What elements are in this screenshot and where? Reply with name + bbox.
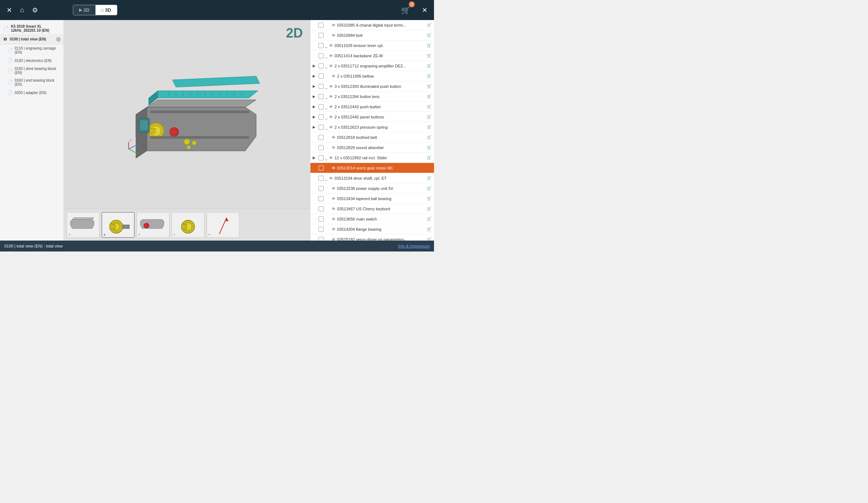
cart-icon-9[interactable]: 🛒	[427, 104, 432, 109]
cart-icon-13[interactable]: 🛒	[427, 145, 432, 150]
expand-btn-14[interactable]: ▶	[313, 156, 317, 160]
eye-icon-19[interactable]: 👁	[332, 207, 336, 211]
part-row-4[interactable]: ◦⎯👁03511414 backplane ZE-M🛒	[310, 51, 434, 61]
3d-viewer[interactable]: 2D	[64, 20, 310, 209]
sidebar-item-0130[interactable]: 📄0130 | electronics (EN)	[0, 56, 63, 65]
eye-icon-22[interactable]: 👁	[332, 237, 336, 241]
sidebar-item-0150[interactable]: 📄0150 | drive bearing block (EN)	[0, 65, 63, 77]
part-row-17[interactable]: ◦👁03513238 power supply unit 5V🛒	[310, 183, 434, 194]
checkbox-22[interactable]	[318, 237, 324, 241]
expand-btn-6[interactable]: ▶	[313, 74, 317, 78]
part-row-16[interactable]: ◦⎯👁03513104 drive shaft, cpl. ET🛒	[310, 173, 434, 183]
expand-btn-11[interactable]: ▶	[313, 125, 317, 129]
close-icon-15[interactable]: ⨲	[429, 165, 432, 171]
eye-icon-5[interactable]: 👁	[329, 64, 333, 68]
close-button[interactable]: ✕	[4, 4, 14, 16]
eye-icon-6[interactable]: 👁	[332, 74, 336, 78]
checkbox-15[interactable]	[318, 165, 324, 171]
eye-icon-9[interactable]: 👁	[329, 105, 333, 109]
expand-btn-5[interactable]: ▶	[313, 64, 317, 68]
cart-icon-18[interactable]: 🛒	[427, 196, 432, 201]
sidebar-item-0110[interactable]: 📄0110 | engraving carriage (EN)	[0, 44, 63, 56]
part-row-21[interactable]: ◦👁03514304 flange bearing🛒	[310, 224, 434, 234]
thumbnail-3[interactable]: +	[137, 212, 169, 238]
eye-icon-7[interactable]: 👁	[329, 84, 333, 89]
part-row-13[interactable]: ◦👁03512829 sound absorber🛒	[310, 143, 434, 153]
settings-button[interactable]: ⚙	[30, 4, 40, 16]
part-row-12[interactable]: ◦👁03512818 toothed belt🛒	[310, 132, 434, 143]
cart-icon-8[interactable]: 🛒	[427, 94, 432, 99]
thumbnail-2[interactable]: ●	[102, 212, 134, 238]
cart-icon-3[interactable]: 🛒	[427, 43, 432, 48]
cart-icon-17[interactable]: 🛒	[427, 186, 432, 191]
part-row-19[interactable]: ◦👁03513467 US Cherry keybord🛒	[310, 204, 434, 214]
checkbox-16[interactable]	[318, 176, 324, 181]
cart-icon-16[interactable]: 🛒	[427, 176, 432, 180]
part-row-7[interactable]: ▶⎯👁3 x 03512393 illuminated push button🛒	[310, 81, 434, 91]
checkbox-2[interactable]	[318, 33, 324, 38]
thumbnail-5[interactable]: +	[207, 212, 239, 238]
cart-icon-4[interactable]: 🛒	[427, 53, 432, 58]
eye-icon-13[interactable]: 👁	[332, 145, 336, 150]
eye-icon-1[interactable]: 👁	[332, 23, 336, 27]
checkbox-17[interactable]	[318, 186, 324, 191]
home-button[interactable]: ⌂	[18, 4, 26, 16]
expand-btn-9[interactable]: ▶	[313, 105, 317, 109]
close2-button[interactable]: ✕	[420, 4, 430, 16]
cart-icon-6[interactable]: 🛒	[427, 74, 432, 78]
view-3d-button[interactable]: □ 3D	[95, 5, 117, 15]
part-row-15[interactable]: ◦👁03513014 worm gear motor M1⨲	[310, 163, 434, 173]
part-row-2[interactable]: ◦👁03510984 bolt🛒	[310, 30, 434, 40]
eye-icon-15[interactable]: 👁	[332, 166, 336, 170]
cart-icon-7[interactable]: 🛒	[427, 84, 432, 89]
eye-icon-16[interactable]: 👁	[329, 176, 333, 180]
cart-icon-5[interactable]: 🛒	[427, 63, 432, 68]
eye-icon-2[interactable]: 👁	[332, 33, 336, 38]
cart-icon-2[interactable]: 🛒	[427, 33, 432, 38]
eye-icon-11[interactable]: 👁	[329, 125, 333, 129]
sidebar-item-0160[interactable]: 📄0160 | end bearing block (EN)	[0, 77, 63, 88]
checkbox-8[interactable]	[318, 94, 324, 99]
eye-icon-4[interactable]: 👁	[329, 54, 333, 58]
checkbox-9[interactable]	[318, 104, 324, 109]
part-row-5[interactable]: ▶⎯👁2 x 03511712 engraving amplifier DE2.…	[310, 61, 434, 71]
part-row-1[interactable]: ◦👁03510385 8-chanal digital input termi.…	[310, 20, 434, 30]
view-2d-button[interactable]: ▶ 2D	[73, 5, 95, 15]
eye-icon-8[interactable]: 👁	[329, 94, 333, 99]
eye-icon-20[interactable]: 👁	[332, 217, 336, 221]
eye-icon-17[interactable]: 👁	[332, 186, 336, 191]
eye-icon-21[interactable]: 👁	[332, 227, 336, 231]
part-row-22[interactable]: ◦👁03525182 servo driver no parameters...…	[310, 234, 434, 241]
part-row-20[interactable]: ◦👁03513656 main switch🛒	[310, 214, 434, 224]
checkbox-6[interactable]	[318, 74, 324, 79]
checkbox-3[interactable]	[318, 43, 324, 48]
cart-icon-20[interactable]: 🛒	[427, 217, 432, 221]
checkbox-10[interactable]	[318, 114, 324, 120]
cart-icon-21[interactable]: 🛒	[427, 227, 432, 231]
part-row-3[interactable]: ◦⎯👁03511028 tenison lever cpl.🛒	[310, 40, 434, 51]
checkbox-12[interactable]	[318, 135, 324, 140]
cart-icon-10[interactable]: 🛒	[427, 114, 432, 119]
checkbox-14[interactable]	[318, 155, 324, 160]
checkbox-7[interactable]	[318, 84, 324, 89]
part-row-11[interactable]: ▶⎯👁2 x 03512623 pressure spring🛒	[310, 122, 434, 132]
footer-info-link[interactable]: Info & Impressum	[398, 244, 430, 248]
eye-icon-18[interactable]: 👁	[332, 196, 336, 201]
checkbox-21[interactable]	[318, 227, 324, 232]
part-row-8[interactable]: ▶⎯👁2 x 03512394 button lens🛒	[310, 91, 434, 102]
thumbnail-4[interactable]: +	[172, 212, 204, 238]
expand-btn-7[interactable]: ▶	[313, 84, 317, 88]
eye-icon-3[interactable]: 👁	[329, 43, 333, 48]
expand-btn-10[interactable]: ▶	[313, 115, 317, 119]
checkbox-11[interactable]	[318, 125, 324, 130]
checkbox-20[interactable]	[318, 217, 324, 222]
checkbox-13[interactable]	[318, 145, 324, 150]
checkbox-4[interactable]	[318, 53, 324, 58]
sidebar-item-0200[interactable]: 📄0200 | adapter (EN)	[0, 88, 63, 97]
eye-icon-10[interactable]: 👁	[329, 115, 333, 119]
cart-icon-11[interactable]: 🛒	[427, 125, 432, 129]
cart-icon-12[interactable]: 🛒	[427, 135, 432, 140]
checkbox-18[interactable]	[318, 196, 324, 201]
cart-icon-19[interactable]: 🛒	[427, 206, 432, 211]
cart-icon-1[interactable]: 🛒	[427, 23, 432, 27]
